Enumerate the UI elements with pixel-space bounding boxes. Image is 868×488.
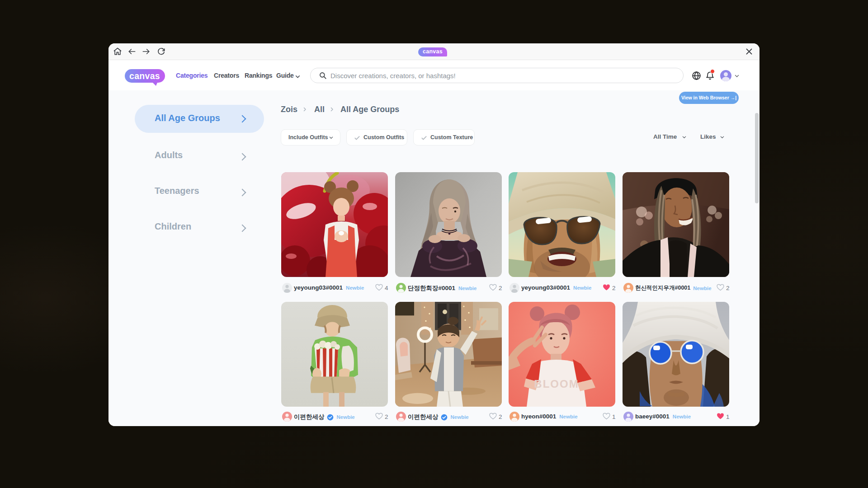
svg-text:BLOOM: BLOOM	[534, 378, 579, 390]
svg-text:canvas: canvas	[129, 71, 160, 81]
